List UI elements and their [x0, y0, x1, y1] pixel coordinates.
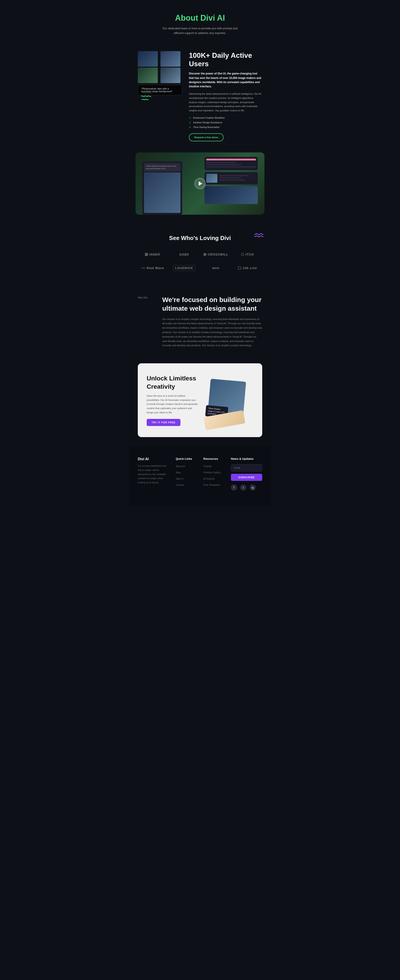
footer-link-contact[interactable]: Contact	[176, 483, 197, 487]
footer-link-tutorial[interactable]: Tutorial	[203, 464, 224, 468]
jobline-icon	[238, 266, 241, 270]
city-image	[138, 51, 158, 67]
crosswill-icon	[203, 253, 206, 256]
aerial-image	[138, 68, 158, 83]
zigzag-decoration	[253, 232, 265, 242]
brand-loudnick: LOUDNICK	[169, 263, 199, 273]
video-right-panel	[204, 157, 258, 204]
footer-brand-col: Divi AI It is a long established fact th…	[138, 457, 169, 491]
footer: Divi AI It is a long established fact th…	[129, 446, 271, 506]
footer-link-ai-experts[interactable]: AI Experts	[203, 476, 224, 480]
line-2	[219, 177, 241, 178]
checklist-item-3: ✓ Time-Saving Automation	[189, 126, 262, 129]
coast-image	[161, 68, 180, 83]
brand-wire: wire	[201, 264, 231, 272]
line-1	[219, 175, 249, 176]
why-section: Why Divi We're focused on building your …	[129, 284, 271, 359]
footer-email-input[interactable]	[231, 464, 262, 472]
footer-quick-links-title: Quick Links	[176, 457, 197, 460]
footer-brand-name: Divi AI	[138, 457, 169, 461]
card-thumbnail	[206, 174, 217, 183]
about-images: "Photorealistic lake with a mountain ran…	[138, 51, 182, 95]
city-image-bottom	[204, 186, 258, 204]
about-stat: 100K+ Daily Active Users	[189, 51, 262, 68]
footer-link-signin[interactable]: Sign In	[176, 476, 197, 480]
footer-resources-title: Resources	[203, 457, 224, 460]
pink-bar	[206, 159, 256, 161]
brands-title: See Who's Loving Divi	[138, 235, 262, 242]
video-container: "Photo Realistic landscape Rural Land Ar…	[135, 153, 265, 215]
play-icon	[199, 181, 202, 186]
check-icon-1: ✓	[189, 116, 191, 119]
creativity-image: "Photo Realistic Image of a lake in the …	[204, 380, 253, 420]
line-3	[219, 179, 245, 181]
about-content: 100K+ Daily Active Users Discover the po…	[189, 51, 262, 142]
video-card-1	[204, 157, 258, 170]
footer-newsletter-col: News & Updates SUBSCRIBE f t ig	[231, 457, 262, 491]
why-body: Our mission is to simplify complex techn…	[162, 317, 262, 348]
brand-crosswill: CROSSWILL	[201, 250, 231, 258]
image-grid	[138, 51, 182, 83]
brand-gabo: GAB0	[169, 250, 199, 258]
footer-link-free-templates[interactable]: Free Templates	[203, 483, 224, 487]
footer-brand-desc: It is a long established fact that a rea…	[138, 464, 169, 484]
footer-link-blog[interactable]: Blog	[176, 470, 197, 474]
itch-icon	[241, 253, 244, 256]
footer-resources-list: Tutorial Portfolio Gallery AI Experts Fr…	[203, 464, 224, 487]
about-section: "Photorealistic lake with a mountain ran…	[129, 45, 271, 148]
text-line-2	[206, 164, 241, 165]
footer-grid: Divi AI It is a long established fact th…	[138, 457, 262, 491]
twitter-icon[interactable]: t	[240, 484, 247, 491]
footer-newsletter-title: News & Updates	[231, 457, 262, 460]
play-button[interactable]	[194, 178, 206, 189]
video-prompt-text: "Photo Realistic landscape Rural Land Ar…	[144, 163, 180, 172]
why-label: Why Divi	[138, 295, 156, 348]
checklist: ✓ Enhanced Creative Workflow ✓ Intuitive…	[189, 116, 262, 129]
about-lead: Discover the power of Divi AI, the game-…	[189, 72, 262, 89]
bridge-image	[161, 51, 180, 67]
footer-link-about-ai[interactable]: About AI	[176, 464, 197, 468]
check-icon-2: ✓	[189, 121, 191, 124]
footer-quick-links-list: About AI Blog Sign In Contact	[176, 464, 197, 487]
why-title: We're focused on building your ultimate …	[162, 295, 262, 313]
card-lines	[219, 175, 256, 181]
text-line-1	[206, 162, 236, 163]
brands-grid: INNER GAB0 CROSSWILL ITCH	[138, 250, 262, 273]
footer-social: f t ig	[231, 484, 262, 491]
footer-quick-links-col: Quick Links About AI Blog Sign In Contac…	[176, 457, 197, 491]
brand-inner: INNER	[138, 250, 167, 258]
about-body: Harnessing the latest advancements in ar…	[189, 92, 262, 113]
image-caption: "Photorealistic lake with a mountain ran…	[138, 85, 182, 95]
hero-subtitle: Our dedicated team is here to provide yo…	[162, 26, 238, 35]
inner-icon	[145, 253, 148, 256]
hero-section: About Divi AI Our dedicated team is here…	[129, 0, 271, 45]
video-section: "Photo Realistic landscape Rural Land Ar…	[129, 148, 271, 224]
why-content: We're focused on building your ultimate …	[162, 295, 262, 348]
instagram-icon[interactable]: ig	[250, 484, 256, 491]
request-demo-button[interactable]: Request a free demo	[189, 133, 223, 142]
brand-realwave: Real Wave	[138, 264, 167, 272]
try-free-button[interactable]: TRY IT FOR FREE	[147, 419, 180, 426]
facebook-icon[interactable]: f	[231, 484, 237, 491]
creativity-text: Unlock Limitless Creativity Open the doo…	[147, 374, 198, 426]
check-icon-3: ✓	[189, 126, 191, 129]
footer-resources-col: Resources Tutorial Portfolio Gallery AI …	[203, 457, 224, 491]
creativity-card: Unlock Limitless Creativity Open the doo…	[138, 363, 262, 437]
text-line-3	[206, 166, 256, 167]
video-mockup-image	[144, 172, 180, 213]
brand-itch: ITCH	[233, 250, 262, 258]
creativity-body: Open the door to a world of endless poss…	[147, 394, 198, 414]
brands-section: See Who's Loving Divi INNER GAB0 CROSSWI…	[129, 224, 271, 284]
creativity-section: Unlock Limitless Creativity Open the doo…	[129, 359, 271, 446]
hero-title: About Divi AI	[138, 13, 262, 23]
realwave-icon	[141, 266, 145, 270]
checklist-item-2: ✓ Intuitive Design Assistance	[189, 121, 262, 124]
creativity-title: Unlock Limitless Creativity	[147, 374, 198, 391]
video-card-2	[204, 172, 258, 185]
video-mockup: "Photo Realistic landscape Rural Land Ar…	[142, 161, 182, 215]
subscribe-button[interactable]: SUBSCRIBE	[231, 474, 262, 481]
footer-link-portfolio[interactable]: Portfolio Gallery	[203, 470, 224, 474]
checklist-item-1: ✓ Enhanced Creative Workflow	[189, 116, 262, 119]
brand-jobline: Job Line	[233, 264, 262, 272]
